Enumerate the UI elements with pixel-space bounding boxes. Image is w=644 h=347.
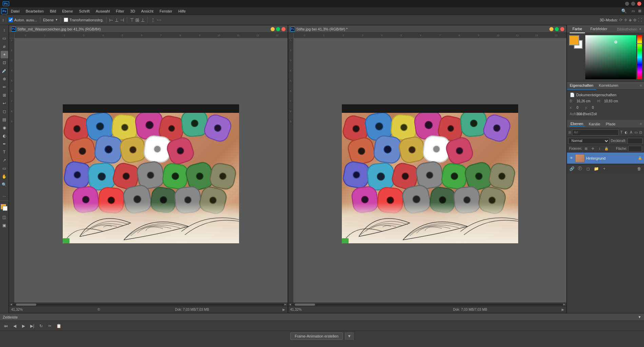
layers-tab[interactable]: Ebenen: [569, 122, 585, 126]
magic-wand-tool[interactable]: ✦: [1, 51, 8, 58]
rectangle-select-tool[interactable]: ▭: [1, 35, 8, 42]
menu-datei[interactable]: Datei: [8, 8, 22, 14]
layer-link-btn[interactable]: 🔗: [568, 165, 575, 172]
doc1-scrollbar-h[interactable]: ◄ ►: [9, 303, 288, 306]
layer-item-background[interactable]: 👁 Hintergrund 🔒: [567, 152, 644, 164]
paths-tab[interactable]: Pfade: [604, 122, 617, 126]
doc2-close[interactable]: ×: [560, 27, 564, 31]
transformation-checkbox[interactable]: [64, 18, 68, 22]
scroll-track-2[interactable]: [291, 304, 563, 306]
opacity-input[interactable]: 100%: [627, 138, 643, 144]
blur-tool[interactable]: ◉: [1, 124, 8, 131]
doc1-minimize[interactable]: −: [271, 27, 275, 31]
filter-adjust-btn[interactable]: ◐: [624, 130, 628, 135]
blend-mode-select[interactable]: Normal: [568, 138, 609, 144]
doc1-controls[interactable]: − + ×: [271, 27, 286, 31]
scroll-right-arrow[interactable]: ►: [284, 303, 287, 306]
align-top-icon[interactable]: ⊤: [130, 17, 134, 23]
eyedropper-tool[interactable]: 💉: [1, 67, 8, 75]
tl-next-frame-btn[interactable]: ▶|: [29, 323, 35, 329]
layers-panel-menu[interactable]: ≡: [640, 122, 642, 126]
expand-icon[interactable]: ⊞: [637, 9, 643, 13]
layer-delete-btn[interactable]: 🗑: [636, 165, 643, 172]
filter-input[interactable]: [572, 129, 619, 136]
eraser-tool[interactable]: ◻: [1, 108, 8, 115]
ebene-dropdown-icon[interactable]: ▼: [55, 18, 58, 21]
properties-tab[interactable]: Eigenschaften: [567, 82, 596, 90]
3d-rotate-icon[interactable]: ⟳: [619, 18, 623, 22]
heal-brush-tool[interactable]: ⊕: [1, 75, 8, 83]
path-select-tool[interactable]: ↗: [1, 157, 8, 164]
brush-tool[interactable]: ✏: [1, 83, 8, 91]
scroll-right-arrow-2[interactable]: ►: [563, 303, 566, 306]
dodge-tool[interactable]: ◐: [1, 132, 8, 140]
move-tool[interactable]: ↕: [1, 26, 8, 34]
history-brush-tool[interactable]: ↩: [1, 100, 8, 107]
tl-copy-btn[interactable]: 📋: [56, 323, 62, 329]
menu-schrift[interactable]: Schrift: [76, 8, 92, 14]
doc2-controls[interactable]: − + ×: [549, 27, 564, 31]
hue-slider[interactable]: [637, 35, 642, 79]
swatches-tab[interactable]: Farbfelder: [588, 25, 610, 33]
align-right-icon[interactable]: ⊣: [120, 17, 124, 23]
filter-shape-btn[interactable]: ▭: [634, 130, 638, 135]
layer-mask-btn[interactable]: ◻: [585, 165, 591, 172]
distribute-v-icon[interactable]: ⋯: [157, 17, 161, 23]
props-panel-menu[interactable]: ≡: [638, 84, 644, 87]
timeline-collapse-btn[interactable]: ▼: [638, 315, 641, 319]
doc2-minimize[interactable]: −: [549, 27, 553, 31]
stamp-tool[interactable]: ⊞: [1, 91, 8, 99]
align-middle-icon[interactable]: ⊞: [135, 17, 139, 23]
lock-all-btn[interactable]: 🔒: [604, 146, 609, 151]
tl-first-frame-btn[interactable]: ⏮: [3, 323, 9, 329]
channels-tab[interactable]: Kanäle: [587, 122, 602, 126]
menu-ebene[interactable]: Ebene: [59, 8, 76, 14]
tl-loop-btn[interactable]: ↻: [38, 323, 44, 329]
distribute-h-icon[interactable]: ⋮: [151, 17, 155, 23]
lasso-tool[interactable]: ⌀: [1, 43, 8, 50]
auto-select-checkbox[interactable]: [8, 18, 13, 22]
doc1-scroll-indicator[interactable]: ▶: [282, 308, 285, 311]
3d-slide-icon[interactable]: ⛶: [638, 18, 642, 22]
corrections-tab[interactable]: Korrekturen: [596, 82, 621, 90]
pen-tool[interactable]: ✒: [1, 140, 8, 148]
create-animation-btn[interactable]: Frame-Animation erstellen: [290, 332, 343, 340]
align-center-h-icon[interactable]: ⊥: [115, 17, 119, 23]
doc1-maximize[interactable]: +: [276, 27, 280, 31]
libraries-panel-menu[interactable]: ≡: [639, 27, 641, 31]
scroll-track[interactable]: [13, 304, 284, 306]
maximize-icon[interactable]: [631, 2, 635, 6]
zoom-tool[interactable]: 🔍: [1, 181, 8, 188]
scroll-thumb[interactable]: [16, 304, 36, 306]
tool-selector[interactable]: ↕: [2, 17, 7, 23]
tl-play-btn[interactable]: ▶: [20, 323, 26, 329]
foreground-swatch[interactable]: [569, 35, 579, 45]
layer-new-btn[interactable]: +: [601, 165, 608, 172]
menu-ansicht[interactable]: Ansicht: [138, 8, 156, 14]
doc2-canvas[interactable]: [294, 38, 567, 303]
align-left-icon[interactable]: ⊢: [109, 17, 113, 23]
crop-tool[interactable]: ⊡: [1, 59, 8, 66]
layer-visibility-toggle[interactable]: 👁: [569, 156, 574, 161]
doc1-canvas[interactable]: [15, 38, 288, 303]
fg-bg-colors[interactable]: [1, 204, 8, 211]
search-icon[interactable]: 🔍: [619, 8, 629, 14]
tl-cut-btn[interactable]: ✂: [47, 323, 53, 329]
window-controls[interactable]: [625, 2, 641, 6]
more-tools-btn[interactable]: ···: [1, 192, 8, 200]
doc2-scrollbar-h[interactable]: ◄ ►: [288, 303, 567, 306]
3d-scale-icon[interactable]: ◈: [629, 18, 632, 22]
filter-text-btn[interactable]: A: [629, 130, 633, 135]
scroll-left-arrow-2[interactable]: ◄: [289, 303, 292, 306]
filter-type-btn[interactable]: T: [620, 130, 623, 135]
color-gradient-field[interactable]: [585, 35, 636, 79]
lock-artboard-btn[interactable]: ↕: [597, 146, 602, 151]
3d-roll-icon[interactable]: ⊕: [633, 18, 637, 22]
menu-auswahl[interactable]: Auswahl: [93, 8, 113, 14]
minimize-icon[interactable]: [625, 2, 629, 6]
lock-move-btn[interactable]: ✛: [590, 146, 596, 151]
menu-fenster[interactable]: Fenster: [157, 8, 175, 14]
filter-smart-btn[interactable]: ⊡: [639, 130, 643, 135]
menu-bearbeiten[interactable]: Bearbeiten: [23, 8, 46, 14]
screen-mode-icon[interactable]: ▭: [630, 9, 636, 13]
